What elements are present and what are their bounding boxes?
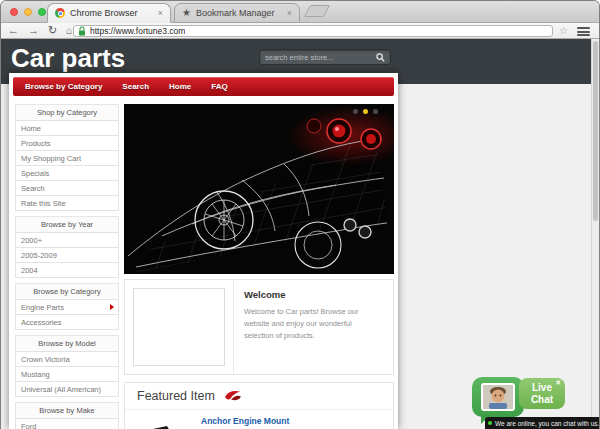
nav-item-home[interactable]: Home (169, 82, 191, 91)
browser-window: Chrome Browser × ★ Bookmark Manager × ← … (0, 0, 600, 429)
slider-dot[interactable] (373, 109, 378, 114)
sidebar-item[interactable]: Search (15, 180, 119, 196)
tab-strip: Chrome Browser × ★ Bookmark Manager × (1, 1, 599, 23)
featured-section: Featured Item (124, 382, 394, 429)
sidebar-section-header: Browse by Category (15, 283, 119, 300)
store-search-box[interactable] (259, 49, 391, 65)
back-icon[interactable]: ← (8, 25, 19, 36)
new-tab-button[interactable] (304, 5, 330, 17)
online-status-dot (488, 421, 492, 425)
sidebar-section: Shop by CategoryHomeProductsMy Shopping … (15, 104, 119, 211)
sidebar-section: Browse by CategoryEngine PartsAccessorie… (15, 283, 119, 330)
search-icon[interactable] (376, 53, 385, 62)
sidebar-item[interactable]: Universal (All American) (15, 381, 119, 397)
sidebar-section-header: Shop by Category (15, 104, 119, 121)
chat-status-text: We are online, you can chat with us. (495, 420, 599, 427)
sidebar-item[interactable]: Mustang (15, 366, 119, 382)
menu-icon[interactable] (577, 27, 590, 38)
scrollbar-thumb[interactable] (593, 41, 598, 221)
nav-item-search[interactable]: Search (122, 82, 149, 91)
sidebar-section: Browse by ModelCrown VictoriaMustangUniv… (15, 335, 119, 397)
slider-dot[interactable] (353, 109, 358, 114)
nav-item-faq[interactable]: FAQ (211, 82, 227, 91)
site-logo[interactable]: Car parts (11, 43, 125, 74)
bookmark-star-icon[interactable]: ☆ (559, 25, 568, 37)
sidebar: Shop by CategoryHomeProductsMy Shopping … (15, 104, 119, 429)
sidebar-item[interactable]: Rate this Site (15, 195, 119, 211)
welcome-image-placeholder (133, 288, 225, 366)
hero-banner (124, 104, 394, 274)
store-search-input[interactable] (265, 53, 372, 62)
sidebar-section: Browse by Year2000+2005-20092004 (15, 216, 119, 278)
live-chat-button[interactable]: ✕ Live Chat (519, 378, 565, 409)
sidebar-section-header: Browse by Make (15, 402, 119, 419)
sidebar-item[interactable]: Home (15, 120, 119, 136)
page-container: Browse by CategorySearchHomeFAQ Shop by … (9, 73, 398, 429)
chat-agent-bubble[interactable] (472, 377, 524, 417)
sidebar-sections: Shop by CategoryHomeProductsMy Shopping … (15, 104, 119, 429)
sidebar-item[interactable]: 2005-2009 (15, 247, 119, 263)
chrome-logo-icon (55, 8, 65, 18)
page-content: Shop by CategoryHomeProductsMy Shopping … (9, 100, 398, 429)
sidebar-item[interactable]: Crown Victoria (15, 351, 119, 367)
reload-icon[interactable]: ↻ (48, 25, 57, 36)
browser-toolbar: ← → ↻ ⌂ https://www.fortune3.com ☆ (1, 23, 599, 39)
sidebar-section-header: Browse by Model (15, 335, 119, 352)
sidebar-section-header: Browse by Year (15, 216, 119, 233)
tab-bookmark-manager[interactable]: ★ Bookmark Manager × (174, 3, 300, 23)
star-icon: ★ (182, 8, 191, 18)
welcome-title: Welcome (244, 289, 383, 300)
live-chat-widget: ✕ Live Chat (472, 377, 565, 417)
nav-item-browse-by-category[interactable]: Browse by Category (25, 82, 102, 91)
live-chat-label: Live Chat (531, 382, 553, 405)
featured-product-row: Anchor Engine Mount This product comes b… (125, 410, 393, 429)
sidebar-section: Browse by MakeFordUniversal (All America… (15, 402, 119, 429)
main-column: Welcome Welcome to Car parts! Browse our… (124, 104, 394, 429)
sidebar-item[interactable]: Accessories (15, 314, 119, 330)
tab-chrome-browser[interactable]: Chrome Browser × (47, 3, 171, 23)
main-nav: Browse by CategorySearchHomeFAQ (13, 77, 394, 96)
home-icon[interactable]: ⌂ (66, 26, 72, 36)
forward-icon[interactable]: → (28, 25, 39, 36)
sidebar-item[interactable]: Products (15, 135, 119, 151)
close-window-button[interactable] (10, 8, 18, 16)
scrollbar[interactable] (591, 39, 599, 429)
sidebar-item[interactable]: Specials (15, 165, 119, 181)
product-thumbnail[interactable] (137, 416, 183, 429)
window-controls (10, 8, 46, 16)
sidebar-item[interactable]: 2000+ (15, 232, 119, 248)
welcome-section: Welcome Welcome to Car parts! Browse our… (124, 279, 394, 375)
zoom-window-button[interactable] (38, 8, 46, 16)
tab-label: Bookmark Manager (196, 8, 275, 18)
chat-close-icon[interactable]: ✕ (555, 379, 561, 387)
url-text: https://www.fortune3.com (90, 26, 185, 36)
tab-close-icon[interactable]: × (158, 9, 163, 18)
featured-hot-icon (223, 389, 243, 403)
tab-close-icon[interactable]: × (287, 9, 292, 18)
minimize-window-button[interactable] (24, 8, 32, 16)
sidebar-item[interactable]: Engine Parts (15, 299, 119, 315)
wireframe-car-image (124, 104, 394, 274)
chat-status-bar[interactable]: We are online, you can chat with us. (485, 417, 599, 429)
sidebar-item[interactable]: Ford (15, 418, 119, 429)
welcome-text: Welcome to Car parts! Browse our website… (244, 306, 383, 342)
tab-label: Chrome Browser (70, 8, 138, 18)
slider-dot-active[interactable] (363, 109, 368, 114)
featured-title: Featured Item (137, 389, 215, 403)
red-arrow-marker (110, 304, 114, 310)
slider-dots (353, 109, 378, 114)
page-viewport: Car parts Browse by CategorySearchHomeFA… (1, 39, 599, 429)
product-name-link[interactable]: Anchor Engine Mount (201, 416, 381, 426)
address-bar[interactable]: https://www.fortune3.com (73, 25, 553, 37)
sidebar-item[interactable]: My Shopping Cart (15, 150, 119, 166)
lock-icon (78, 26, 86, 36)
chat-agent-avatar (481, 383, 515, 411)
sidebar-item[interactable]: 2004 (15, 262, 119, 278)
